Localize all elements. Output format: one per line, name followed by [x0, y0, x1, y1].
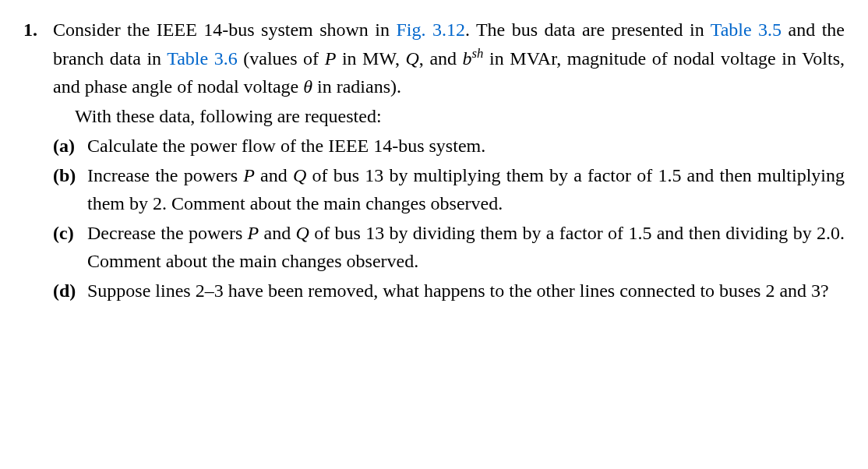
subitem-c-body: Decrease the powers P and Q of bus 13 by…	[87, 219, 845, 275]
subitem-b-body: Increase the powers P and Q of bus 13 by…	[87, 161, 845, 217]
intro-text-6: , and	[419, 48, 463, 69]
subitem-b-label: (b)	[53, 161, 78, 217]
intro-text-5: in MW,	[336, 48, 405, 69]
table-reference-link-2[interactable]: Table 3.6	[167, 48, 238, 69]
variable-P: P	[325, 48, 337, 69]
intro-text-2: . The bus data are presented in	[465, 19, 711, 40]
table-reference-link-1[interactable]: Table 3.5	[711, 19, 782, 40]
subitem-c-text-1: Decrease the powers	[87, 223, 248, 243]
subitem-c-var-P: P	[248, 223, 259, 243]
subitem-a-body: Calculate the power flow of the IEEE 14-…	[87, 132, 845, 160]
variable-theta: θ	[303, 76, 312, 97]
subitem-b: (b) Increase the powers P and Q of bus 1…	[53, 161, 845, 217]
variable-b-superscript: sh	[472, 46, 484, 61]
subitem-d: (d) Suppose lines 2–3 have been removed,…	[53, 277, 845, 305]
variable-b: b	[463, 48, 472, 69]
subitem-a-label: (a)	[53, 132, 78, 160]
variable-Q: Q	[405, 48, 418, 69]
subitem-c-var-Q: Q	[296, 223, 309, 243]
subitem-a: (a) Calculate the power flow of the IEEE…	[53, 132, 845, 160]
problem-body: Consider the IEEE 14-bus system shown in…	[53, 16, 845, 305]
subitem-c-label: (c)	[53, 219, 78, 275]
intro-paragraph: Consider the IEEE 14-bus system shown in…	[53, 16, 845, 100]
followup-text: With these data, following are requested…	[53, 102, 845, 130]
problem-number: 1.	[23, 16, 42, 305]
intro-text-1: Consider the IEEE 14-bus system shown in	[53, 19, 396, 40]
subitem-d-label: (d)	[53, 277, 78, 305]
subitem-b-text-1: Increase the powers	[87, 165, 243, 185]
subitem-b-var-Q: Q	[293, 165, 306, 185]
subitem-c-text-2: and	[259, 223, 295, 243]
subitem-d-body: Suppose lines 2–3 have been removed, wha…	[87, 277, 845, 305]
subitem-c: (c) Decrease the powers P and Q of bus 1…	[53, 219, 845, 275]
subitem-b-text-2: and	[255, 165, 293, 185]
intro-text-8: in radians).	[312, 76, 401, 97]
figure-reference-link[interactable]: Fig. 3.12	[396, 19, 464, 40]
subitem-b-var-P: P	[243, 165, 255, 185]
problem-container: 1. Consider the IEEE 14-bus system shown…	[23, 16, 845, 305]
intro-text-4: (values of	[238, 48, 325, 69]
